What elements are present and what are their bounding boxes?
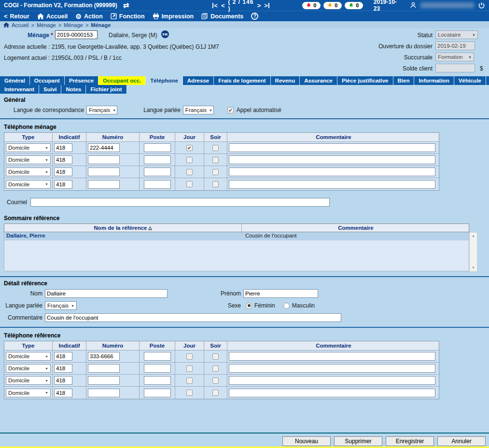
jour-checkbox[interactable] [186, 365, 193, 372]
tab-information[interactable]: Information [414, 76, 454, 85]
breadcrumb-menage-2[interactable]: Ménage [64, 22, 83, 28]
indicatif-input[interactable] [54, 155, 72, 164]
type-select[interactable]: Domicile▼ [6, 180, 51, 189]
annuler-button[interactable]: Annuler [437, 436, 486, 446]
soir-checkbox[interactable] [212, 378, 219, 384]
numero-input[interactable] [88, 352, 120, 361]
col-nom-reference[interactable]: Nom de la référence△ [4, 224, 242, 232]
langue-parlee-select[interactable]: Français▼ [45, 301, 77, 310]
nouveau-button[interactable]: Nouveau [282, 436, 331, 446]
poste-input[interactable] [144, 352, 171, 361]
soir-checkbox[interactable] [212, 353, 219, 360]
tab-fichier-joint[interactable]: Fichier joint [86, 85, 126, 94]
commentaire-input[interactable] [229, 180, 435, 189]
tab-bien[interactable]: Bien [393, 76, 415, 85]
tab-frais-de-logement[interactable]: Frais de logement [214, 76, 270, 85]
statut-select[interactable]: Locataire▼ [435, 30, 478, 39]
langue-parlee-select[interactable]: Français▼ [183, 106, 214, 114]
numero-input[interactable] [88, 155, 120, 164]
commentaire-input[interactable] [229, 389, 435, 397]
type-select[interactable]: Domicile▼ [6, 155, 51, 164]
commentaire-input[interactable] [45, 313, 341, 322]
type-select[interactable]: Domicile▼ [6, 389, 51, 397]
menu-impression[interactable]: Impression [153, 13, 194, 20]
poste-input[interactable] [144, 364, 171, 373]
jour-checkbox[interactable] [186, 157, 193, 163]
breadcrumb-menage-1[interactable]: Ménage [37, 22, 56, 28]
jour-checkbox[interactable] [186, 169, 193, 175]
poste-input[interactable] [144, 180, 171, 189]
commentaire-input[interactable] [229, 143, 435, 152]
menage-number-input[interactable] [55, 30, 98, 39]
help-icon[interactable]: ? [251, 13, 258, 20]
reference-row-selected[interactable]: Dallaire, Pierre Cousin de l'occupant [4, 232, 469, 240]
feminin-radio[interactable] [246, 303, 252, 309]
indicatif-input[interactable] [54, 364, 72, 373]
tab-adresse[interactable]: Adresse [183, 76, 214, 85]
nom-input[interactable] [45, 289, 168, 298]
numero-input[interactable] [88, 168, 120, 176]
menu-fonction[interactable]: Fonction [111, 13, 145, 20]
jour-checkbox[interactable] [186, 181, 193, 187]
menu-retour[interactable]: < Retour [4, 13, 29, 20]
numero-input[interactable] [88, 376, 120, 385]
refresh-icon[interactable]: ⇄ [123, 1, 129, 10]
tab-suivi[interactable]: Suivi [39, 85, 61, 94]
tab-occupant-occ[interactable]: Occupant occ. [98, 76, 146, 85]
type-select[interactable]: Domicile▼ [6, 376, 51, 385]
poste-input[interactable] [144, 389, 171, 397]
type-select[interactable]: Domicile▼ [6, 364, 51, 373]
jour-checkbox[interactable] [186, 378, 193, 384]
poste-input[interactable] [144, 143, 171, 152]
tab-piece-justificative[interactable]: Pièce justificative [337, 76, 393, 85]
indicatif-input[interactable] [54, 180, 72, 189]
first-record-button[interactable]: < [212, 2, 218, 9]
menu-action[interactable]: ⚙ Action [75, 13, 102, 20]
indicatif-input[interactable] [54, 376, 72, 385]
prenom-input[interactable] [243, 289, 318, 298]
soir-checkbox[interactable] [212, 365, 219, 372]
appel-automatise-checkbox[interactable] [227, 107, 234, 113]
tab-presence[interactable]: Présence [65, 76, 98, 85]
type-select[interactable]: Domicile▼ [6, 143, 51, 152]
type-select[interactable]: Domicile▼ [6, 352, 51, 361]
langue-correspondance-select[interactable]: Français▼ [86, 106, 117, 114]
commentaire-input[interactable] [229, 376, 435, 385]
soir-checkbox[interactable] [212, 169, 219, 175]
scroll-up-icon[interactable]: ▲ [472, 234, 475, 238]
poste-input[interactable] [144, 168, 171, 176]
soir-checkbox[interactable] [212, 390, 219, 396]
tab-assurance[interactable]: Assurance [300, 76, 337, 85]
jour-checkbox[interactable] [186, 390, 193, 396]
commentaire-input[interactable] [229, 364, 435, 373]
logout-power-icon[interactable] [478, 2, 485, 9]
commentaire-input[interactable] [229, 168, 435, 176]
tab-notes[interactable]: Notes [61, 85, 86, 94]
commentaire-input[interactable] [229, 352, 435, 361]
succursale-select[interactable]: Formation▼ [435, 53, 474, 61]
next-record-button[interactable]: > [257, 2, 261, 9]
indicatif-input[interactable] [54, 143, 72, 152]
soir-checkbox[interactable] [212, 145, 219, 151]
previous-record-button[interactable]: < [221, 2, 225, 9]
tab-vehicule[interactable]: Véhicule [454, 76, 486, 85]
col-commentaire[interactable]: Commentaire [242, 224, 470, 232]
numero-input[interactable] [88, 180, 120, 189]
indicatif-input[interactable] [54, 352, 72, 361]
indicatif-input[interactable] [54, 389, 72, 397]
home-breadcrumb-icon[interactable] [3, 22, 9, 28]
alert-red-badge[interactable]: 0 [302, 2, 321, 9]
tab-intervenant[interactable]: Intervenant [0, 85, 39, 94]
jour-checkbox[interactable] [186, 145, 193, 151]
tab-occupant[interactable]: Occupant [30, 76, 65, 85]
type-select[interactable]: Domicile▼ [6, 168, 51, 176]
enregistrer-button[interactable]: Enregistrer [386, 436, 434, 446]
scroll-down-icon[interactable]: ▼ [472, 266, 475, 270]
masculin-radio[interactable] [283, 303, 290, 309]
numero-input[interactable] [88, 143, 120, 152]
tab-revenu[interactable]: Revenu [271, 76, 300, 85]
menu-documents[interactable]: Documents [201, 13, 243, 20]
numero-input[interactable] [88, 364, 120, 373]
soir-checkbox[interactable] [212, 181, 219, 187]
last-record-button[interactable]: > [264, 2, 269, 9]
